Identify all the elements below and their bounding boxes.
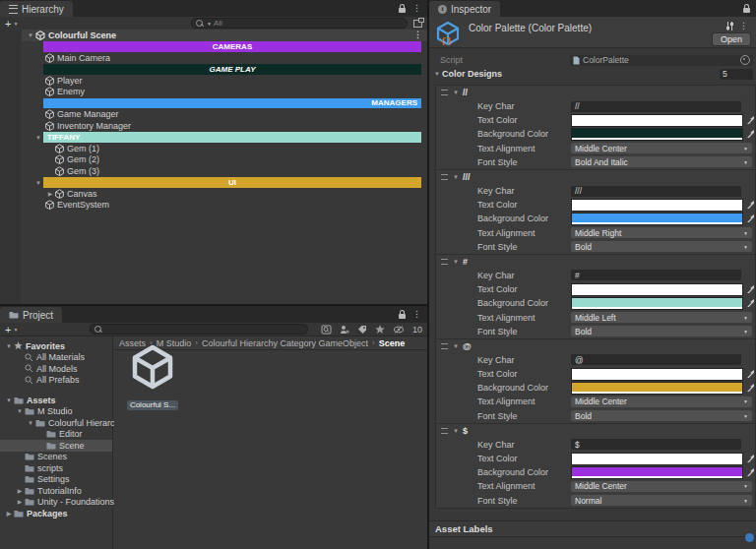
foldout-arrow-icon[interactable]: ▶ xyxy=(4,509,14,518)
tab-hierarchy[interactable]: Hierarchy xyxy=(0,1,73,17)
hierarchy-item-row[interactable]: ▶ Canvas xyxy=(22,188,427,200)
project-tree-item[interactable]: scripts xyxy=(0,462,112,474)
search-by-label-icon[interactable] xyxy=(357,325,367,335)
font-style-dropdown[interactable]: Normal▼ xyxy=(571,495,752,506)
hierarchy-item-row[interactable]: Inventory Manager xyxy=(22,120,427,132)
foldout-arrow-icon[interactable]: ▼ xyxy=(432,69,442,79)
hierarchy-category-bar[interactable]: ▼UI xyxy=(22,177,427,189)
tab-project[interactable]: Project xyxy=(0,307,62,323)
object-picker-icon[interactable] xyxy=(740,55,750,65)
text-color-swatch[interactable] xyxy=(571,199,743,212)
foldout-arrow-icon[interactable]: ▼ xyxy=(26,418,35,428)
visibility-gutter[interactable] xyxy=(0,30,21,304)
eyedropper-icon[interactable] xyxy=(746,369,755,379)
project-tree-item[interactable]: Editor xyxy=(0,429,112,441)
lock-icon[interactable] xyxy=(399,314,406,319)
key-char-input[interactable]: # xyxy=(571,270,741,280)
project-tree-item[interactable]: All Materials xyxy=(0,352,112,364)
project-tree-item[interactable]: ▼Favorites xyxy=(0,340,112,352)
kebab-menu-icon[interactable]: ⋮ xyxy=(412,4,421,13)
text-alignment-dropdown[interactable]: Middle Center▼ xyxy=(571,396,752,407)
eyedropper-icon[interactable] xyxy=(746,115,755,125)
pop-out-icon[interactable] xyxy=(413,20,422,28)
project-tree-item[interactable]: Scene xyxy=(0,440,112,452)
text-color-swatch[interactable] xyxy=(571,114,743,127)
hierarchy-search-input[interactable]: ▼ All xyxy=(191,18,408,29)
foldout-arrow-icon[interactable]: ▶ xyxy=(45,189,55,199)
project-tree-item[interactable]: Settings xyxy=(0,474,112,486)
eyedropper-icon[interactable] xyxy=(746,284,755,294)
hierarchy-category-bar[interactable]: MANAGERS xyxy=(22,97,427,109)
hierarchy-category-bar[interactable]: GAME PLAY xyxy=(22,64,427,76)
color-designs-row[interactable]: ▼ Color Designs 5 xyxy=(429,67,756,81)
design-section-header[interactable]: ▼@ xyxy=(436,339,755,353)
foldout-arrow-icon[interactable]: ▼ xyxy=(452,257,460,267)
foldout-arrow-icon[interactable]: ▼ xyxy=(4,396,14,405)
key-char-input[interactable]: @ xyxy=(571,354,741,365)
foldout-arrow-icon[interactable]: ▼ xyxy=(33,178,43,188)
foldout-arrow-icon[interactable]: ▼ xyxy=(4,341,14,351)
eyedropper-icon[interactable] xyxy=(746,129,755,139)
eyedropper-icon[interactable] xyxy=(746,298,755,308)
array-size-field[interactable]: 5 xyxy=(720,69,753,80)
hierarchy-category-bar[interactable]: CAMERAS xyxy=(22,41,427,53)
project-tree-item[interactable]: ▶Packages xyxy=(0,508,112,519)
hierarchy-item-row[interactable]: Gem (2) xyxy=(22,154,427,166)
background-color-swatch[interactable] xyxy=(571,213,743,225)
foldout-arrow-icon[interactable]: ▼ xyxy=(452,341,460,351)
text-alignment-dropdown[interactable]: Middle Center▼ xyxy=(571,481,752,492)
hierarchy-item-row[interactable]: Player xyxy=(22,75,427,87)
project-tree-item[interactable]: ▶Unity - Foundations xyxy=(0,497,112,509)
kebab-menu-icon[interactable]: ⋮ xyxy=(739,22,748,30)
drag-handle-icon[interactable] xyxy=(441,259,448,265)
foldout-arrow-icon[interactable]: ▼ xyxy=(33,133,43,143)
text-color-swatch[interactable] xyxy=(571,453,743,465)
project-search-input[interactable] xyxy=(90,324,308,335)
background-color-swatch[interactable] xyxy=(571,466,743,479)
project-tree-item[interactable]: ▼Assets xyxy=(0,395,112,406)
drag-handle-icon[interactable] xyxy=(441,90,448,95)
project-tree-item[interactable]: ▶TutorialInfo xyxy=(0,485,112,497)
text-alignment-dropdown[interactable]: Middle Center▼ xyxy=(571,143,752,153)
project-tree-item[interactable]: Scenes xyxy=(0,452,112,463)
project-tree-item[interactable]: All Prefabs xyxy=(0,375,112,387)
key-char-input[interactable]: /// xyxy=(571,186,741,197)
kebab-menu-icon[interactable]: ⋮ xyxy=(412,310,421,319)
font-style-dropdown[interactable]: Bold And Italic▼ xyxy=(571,156,752,167)
lock-icon[interactable] xyxy=(399,8,406,13)
hierarchy-category-bar[interactable]: ▼TIFFANY xyxy=(22,132,427,144)
foldout-arrow-icon[interactable]: ▼ xyxy=(452,426,460,436)
foldout-arrow-icon[interactable]: ▼ xyxy=(452,88,460,97)
foldout-arrow-icon[interactable]: ▼ xyxy=(452,172,460,182)
background-color-swatch[interactable] xyxy=(571,382,743,395)
breadcrumb-item[interactable]: Colourful Hierarchy Category GameObject xyxy=(202,338,368,348)
project-tree-item[interactable]: ▼M Studio xyxy=(0,406,112,418)
asset-thumbnail[interactable]: Colourful S... xyxy=(124,344,181,411)
tab-inspector[interactable]: i Inspector xyxy=(429,1,500,17)
hierarchy-item-row[interactable]: EventSystem xyxy=(22,200,427,212)
breadcrumb-item[interactable]: Scene xyxy=(379,338,406,348)
design-section-header[interactable]: ▼$ xyxy=(436,424,755,438)
hierarchy-item-row[interactable]: Gem (3) xyxy=(22,165,427,177)
text-alignment-dropdown[interactable]: Middle Left▼ xyxy=(571,312,752,323)
text-color-swatch[interactable] xyxy=(571,283,743,296)
text-alignment-dropdown[interactable]: Middle Right▼ xyxy=(571,227,752,238)
key-char-input[interactable]: // xyxy=(571,101,741,112)
hierarchy-item-row[interactable]: Enemy xyxy=(22,87,427,98)
script-object-field[interactable]: ColorPalette xyxy=(570,55,753,66)
hierarchy-item-row[interactable]: Main Camera xyxy=(22,52,427,64)
eyedropper-icon[interactable] xyxy=(746,454,755,463)
project-tree-item[interactable]: ▼Colourful Hierarc xyxy=(0,417,112,429)
eyedropper-icon[interactable] xyxy=(746,467,755,477)
add-asset-button[interactable]: +▼ xyxy=(0,325,23,335)
font-style-dropdown[interactable]: Bold▼ xyxy=(571,326,752,336)
hidden-packages-eye-icon[interactable] xyxy=(393,325,405,335)
design-section-header[interactable]: ▼# xyxy=(436,255,755,269)
eyedropper-icon[interactable] xyxy=(746,383,755,393)
drag-handle-icon[interactable] xyxy=(441,343,448,349)
presets-icon[interactable] xyxy=(725,22,734,30)
open-button[interactable]: Open xyxy=(712,32,751,46)
lock-icon[interactable] xyxy=(743,8,750,13)
hierarchy-item-row[interactable]: Gem (1) xyxy=(22,143,427,154)
font-style-dropdown[interactable]: Bold▼ xyxy=(571,410,752,421)
